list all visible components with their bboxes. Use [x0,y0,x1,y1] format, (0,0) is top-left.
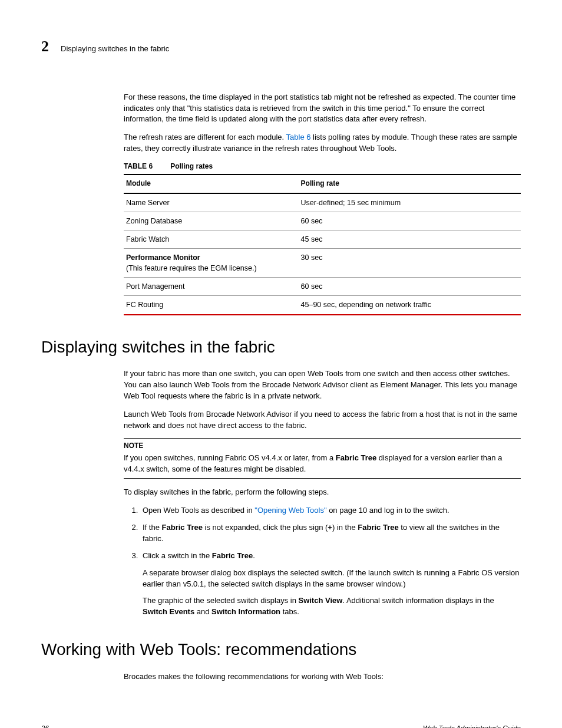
text: . [253,551,255,560]
rate-cell: User-defined; 15 sec minimum [299,193,521,212]
note-box: NOTE If you open switches, running Fabri… [124,438,521,479]
paragraph: The refresh rates are different for each… [124,132,521,154]
section-content: Brocades makes the following recommendat… [124,671,521,683]
step-item: Click a switch in the Fabric Tree. A sep… [140,551,521,618]
text: is not expanded, click the plus sign ( [203,523,328,532]
text-bold: Switch View [298,596,342,605]
text: If you open switches, running Fabric OS … [124,453,336,462]
table-caption-label: TABLE 6 [124,162,153,170]
text: Open Web Tools as described in [143,506,254,515]
section-content: If your fabric has more than one switch,… [124,368,521,618]
text: Click a switch in the [143,551,212,560]
text: The refresh rates are different for each… [124,133,286,141]
text: ) in the [332,523,358,532]
paragraph: Launch Web Tools from Brocade Network Ad… [124,409,521,431]
chapter-number: 2 [41,35,49,58]
body-content: For these reasons, the time displayed in… [124,92,521,315]
text-bold: Fabric Tree [358,523,398,532]
guide-title: Web Tools Administrator's Guide [423,723,521,728]
text: If the [143,523,162,532]
module-cell: Fabric Watch [124,230,299,248]
steps-list: Open Web Tools as described in "Opening … [124,505,521,618]
paragraph: Brocades makes the following recommendat… [124,671,521,683]
paragraph: If your fabric has more than one switch,… [124,368,521,402]
table-row: Performance Monitor(This feature require… [124,249,521,278]
table-row: Fabric Watch45 sec [124,230,521,248]
footer-right: Web Tools Administrator's Guide 53-10027… [423,723,521,728]
table-caption-title: Polling rates [170,162,213,170]
table-link[interactable]: Table 6 [286,133,311,141]
page-number: 26 [41,723,49,728]
text: tabs. [280,607,299,616]
rate-cell: 60 sec [299,212,521,230]
section-heading: Working with Web Tools: recommendations [41,638,521,662]
table-row: Port Management60 sec [124,278,521,296]
text-bold: Fabric Tree [212,551,253,560]
paragraph: For these reasons, the time displayed in… [124,92,521,126]
step-item: If the Fabric Tree is not expanded, clic… [140,522,521,545]
polling-rates-table: Module Polling rate Name ServerUser-defi… [124,174,521,315]
table-header-rate: Polling rate [299,174,521,193]
page-header: 2 Displaying switches in the fabric [41,35,521,58]
note-text: If you open switches, running Fabric OS … [124,453,502,473]
table-row: Name ServerUser-defined; 15 sec minimum [124,193,521,212]
table-header-module: Module [124,174,299,193]
section-heading: Displaying switches in the fabric [41,335,521,360]
step-item: Open Web Tools as described in "Opening … [140,505,521,516]
module-cell: Performance Monitor(This feature require… [124,249,299,278]
text-bold: Switch Information [211,607,280,616]
table-row: Zoning Database60 sec [124,212,521,230]
paragraph: To display switches in the fabric, perfo… [124,487,521,498]
note-label: NOTE [124,441,521,451]
table-caption: TABLE 6Polling rates [124,162,521,172]
text: The graphic of the selected switch displ… [143,596,298,605]
rate-cell: 45–90 sec, depending on network traffic [299,296,521,315]
rate-cell: 30 sec [299,249,521,278]
text: . Additional switch information displays… [342,596,494,605]
page-footer: 26 Web Tools Administrator's Guide 53-10… [41,723,521,728]
text-bold: Fabric Tree [336,453,376,462]
module-cell: Port Management [124,278,299,296]
text-bold: Fabric Tree [162,523,203,532]
rate-cell: 45 sec [299,230,521,248]
text-bold: Switch Events [143,607,194,616]
module-cell: Zoning Database [124,212,299,230]
text: and [194,607,211,616]
step-paragraph: The graphic of the selected switch displ… [143,595,521,618]
header-title: Displaying switches in the fabric [61,44,169,55]
module-cell: FC Routing [124,296,299,315]
step-paragraph: A separate browser dialog box displays t… [143,568,521,590]
text: on page 10 and log in to the switch. [327,506,449,515]
module-cell: Name Server [124,193,299,212]
text-bold: + [328,523,332,532]
cross-ref-link[interactable]: "Opening Web Tools" [254,506,326,515]
rate-cell: 60 sec [299,278,521,296]
table-row: FC Routing45–90 sec, depending on networ… [124,296,521,315]
